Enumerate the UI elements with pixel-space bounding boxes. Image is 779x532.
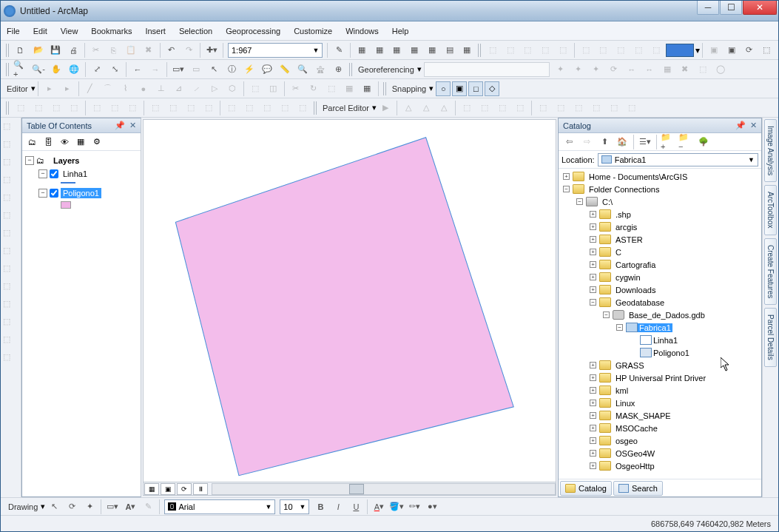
pe-h[interactable]: ⬚ xyxy=(512,100,528,116)
cat-g0[interactable]: GRASS xyxy=(614,361,646,370)
ed-o[interactable]: ↻ xyxy=(306,81,322,97)
tb-j[interactable]: ⬚ xyxy=(520,42,536,58)
cat-exp-g7[interactable]: + xyxy=(590,450,596,457)
cat-f4[interactable]: Cartografia xyxy=(614,260,657,269)
tb-o[interactable]: ⬚ xyxy=(613,42,629,58)
parcel-editor-menu[interactable]: Parcel Editor xyxy=(320,104,372,112)
search-tab[interactable]: Search xyxy=(613,481,663,496)
forward-extent[interactable]: → xyxy=(147,61,163,78)
toc-list-by-selection[interactable]: ▦ xyxy=(73,135,88,149)
full-extent-button[interactable]: 🌐 xyxy=(66,61,82,78)
toolbar-btn-a[interactable]: ▦ xyxy=(354,42,370,58)
cat-up[interactable]: ⬆ xyxy=(596,134,613,150)
ed-n[interactable]: ✂ xyxy=(288,81,304,97)
line-color[interactable]: ✏▾ xyxy=(406,499,422,515)
pc-n[interactable]: ⬚ xyxy=(259,100,275,116)
undo-button[interactable]: ↶ xyxy=(163,42,180,58)
toolbar-btn-c[interactable]: ▦ xyxy=(389,42,405,58)
vbtn-7[interactable]: ⬚ xyxy=(3,228,19,244)
tb-u[interactable]: ⬚ xyxy=(758,42,775,58)
georef-label[interactable]: Georeferencing xyxy=(355,65,417,74)
pc-h[interactable]: ⬚ xyxy=(147,100,163,116)
ed-i[interactable]: ⟋ xyxy=(189,81,205,97)
pe-l[interactable]: ⬚ xyxy=(588,100,604,116)
pc-m[interactable]: ⬚ xyxy=(241,100,257,116)
cat-g6[interactable]: osgeo xyxy=(614,437,639,445)
gr-d[interactable]: ⟳ xyxy=(606,61,622,78)
toc-layer1-check[interactable] xyxy=(50,169,58,178)
vbtn-4[interactable]: ⬚ xyxy=(3,175,19,191)
ed-g[interactable]: ⊥ xyxy=(153,81,169,97)
cat-back[interactable]: ⇦ xyxy=(561,134,577,150)
toc-layer1-expand[interactable]: − xyxy=(38,169,47,178)
select-elements[interactable]: ↖ xyxy=(206,61,222,78)
cat-f1[interactable]: arcgis xyxy=(614,223,638,232)
menu-edit[interactable]: Edit xyxy=(33,27,47,36)
back-extent[interactable]: ← xyxy=(129,61,146,78)
font-color[interactable]: A▾ xyxy=(371,499,387,515)
gr-j[interactable]: ◯ xyxy=(712,61,729,78)
georef-layer-combo[interactable] xyxy=(424,62,550,77)
vbtn-13[interactable]: ⬚ xyxy=(3,334,19,351)
cat-drive[interactable]: C:\ xyxy=(601,198,614,206)
cat-f2[interactable]: ASTER xyxy=(614,235,644,244)
fixed-zoom-out[interactable]: ⤡ xyxy=(107,61,123,78)
cat-exp-g4[interactable]: + xyxy=(590,412,596,419)
toc-close-icon[interactable]: ✕ xyxy=(129,121,136,130)
toc-root-expand[interactable]: − xyxy=(25,156,34,165)
pc-f[interactable]: ⬚ xyxy=(107,100,123,116)
pe-j[interactable]: ⬚ xyxy=(553,100,569,116)
clear-selection[interactable]: ▭ xyxy=(188,61,204,78)
edit-vertices[interactable]: ✎ xyxy=(140,499,156,515)
italic-button[interactable]: I xyxy=(330,499,346,515)
zoom-in-button[interactable]: 🔍+ xyxy=(13,61,29,78)
snapping-menu[interactable]: Snapping xyxy=(389,84,430,93)
vbtn-1[interactable]: ⬚ xyxy=(3,121,19,138)
catalog-location-box[interactable]: Fabrica1 ▼ xyxy=(598,153,758,166)
toolbar-btn-d[interactable]: ▦ xyxy=(406,42,422,58)
transparency-box[interactable] xyxy=(666,44,694,57)
fixed-zoom-in[interactable]: ⤢ xyxy=(89,61,105,78)
cat-exp-g5[interactable]: + xyxy=(590,425,596,431)
scale-combo[interactable]: ▼ xyxy=(228,43,323,58)
snap-vertex[interactable]: □ xyxy=(468,81,483,96)
cat-disconnect-folder[interactable]: 📁− xyxy=(678,134,694,150)
menu-view[interactable]: View xyxy=(61,27,78,36)
find-route[interactable]: 🛣 xyxy=(312,61,328,78)
menu-selection[interactable]: Selection xyxy=(179,27,212,36)
ed-l[interactable]: ⬚ xyxy=(247,81,263,97)
snap-edge[interactable]: ◇ xyxy=(485,81,499,96)
vbtn-12[interactable]: ⬚ xyxy=(3,317,19,333)
tb-r[interactable]: ▣ xyxy=(706,42,722,58)
menu-geoprocessing[interactable]: Geoprocessing xyxy=(226,27,280,36)
pc-i[interactable]: ⬚ xyxy=(165,100,181,116)
catalog-pin-icon[interactable]: 📌 xyxy=(735,121,746,130)
cat-g7[interactable]: OSGeo4W xyxy=(614,449,656,458)
pan-button[interactable]: ✋ xyxy=(48,61,64,78)
cat-exp-f0[interactable]: + xyxy=(590,211,596,218)
add-data-button[interactable]: ✚▾ xyxy=(203,42,220,58)
html-popup[interactable]: 💬 xyxy=(259,61,275,78)
toc-layer2-check[interactable] xyxy=(50,189,58,198)
cat-exp-drive[interactable]: − xyxy=(576,198,583,205)
toolbar-btn-e[interactable]: ▦ xyxy=(424,42,440,58)
ed-h[interactable]: ⊿ xyxy=(171,81,187,97)
cat-exp-g0[interactable]: + xyxy=(590,362,596,368)
vbtn-9[interactable]: ⬚ xyxy=(3,263,19,280)
pc-k[interactable]: ⬚ xyxy=(200,100,217,116)
pe-m[interactable]: ⬚ xyxy=(606,100,622,116)
ed-m[interactable]: ◫ xyxy=(265,81,281,97)
map-view[interactable]: ▦ ▣ ⟳ ⏸ xyxy=(143,119,556,496)
marker-color[interactable]: ●▾ xyxy=(424,499,440,515)
ed-j[interactable]: ▷ xyxy=(206,81,223,97)
cat-fdset[interactable]: Fabrica1 xyxy=(638,323,672,332)
tb-l[interactable]: ⬚ xyxy=(555,42,571,58)
pe-c[interactable]: △ xyxy=(418,100,434,116)
pe-e[interactable]: ⬚ xyxy=(459,100,475,116)
ed-c[interactable]: ╱ xyxy=(82,81,98,97)
cat-exp-fdset[interactable]: − xyxy=(616,324,623,331)
cat-exp-geodb[interactable]: − xyxy=(590,299,596,306)
cat-exp-g1[interactable]: + xyxy=(590,374,596,381)
pe-k[interactable]: ⬚ xyxy=(570,100,587,116)
gr-g[interactable]: ▦ xyxy=(659,61,675,78)
